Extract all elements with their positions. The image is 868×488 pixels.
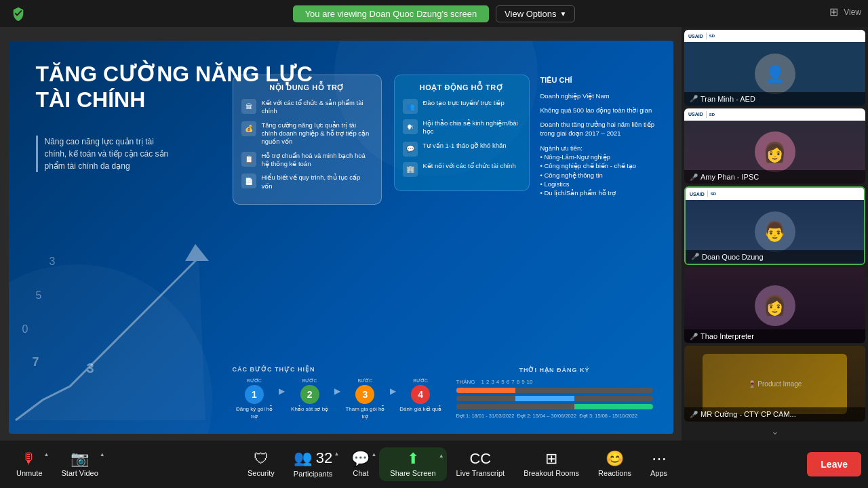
chevron-down-icon: ⌄ [771, 426, 779, 436]
toolbar-center-group: 🛡 Security 👥 32 Participants ▲ 💬 Chat ▲ … [238, 445, 677, 483]
step-arrow: ▶ [334, 386, 340, 396]
participants-icon: 👥 32 [294, 451, 333, 466]
chart-num: 3 [50, 256, 56, 268]
steps-title: CÁC BƯỚC THỰC HIỆN [233, 366, 443, 373]
security-button[interactable]: 🛡 Security [238, 446, 284, 483]
usaid-bar: USAID SD [684, 30, 865, 42]
participant-card[interactable]: USAID SD 👩 🎤 Amy Phan - IPSC [684, 108, 865, 184]
participant-card[interactable]: 👩 🎤 Thao Interpreter [684, 268, 865, 344]
usaid-bar: USAID SD [686, 188, 864, 200]
box-item: 💬 Tư vấn 1-1 tháo gỡ khó khăn [403, 142, 521, 157]
box-item-icon: 📋 [241, 152, 256, 167]
bottom-toolbar: 🎙 Unmute ▲ 📷 Start Video ▲ 🛡 Security 👥 … [0, 441, 868, 488]
chart-num: 0 [22, 323, 28, 336]
timeline-bar-3 [456, 404, 653, 409]
hoat-dong-title: HOẠT ĐỘNG HỖ TRỢ [403, 83, 521, 92]
grid-icon: ⊞ [829, 5, 838, 18]
shield-icon: 🛡 [254, 451, 269, 466]
right-panel: USAID SD 👤 🎤 Tran Minh - AED USAID SD 👩 … [682, 27, 868, 441]
step-arrow: ▶ [390, 386, 396, 396]
mic-muted-icon: 🎙 [22, 451, 37, 466]
box-item: 🏛 Kết với các tổ chức & sản phẩm tài chí… [241, 99, 373, 116]
chart-num: 3 [87, 361, 94, 376]
participant-name-bar: 🎤 Thao Interpreter [684, 329, 865, 343]
share-screen-button[interactable]: ⬆ Share Screen ▲ [379, 447, 446, 481]
box-item-icon: 🏛 [241, 99, 256, 114]
avatar: 👤 [755, 54, 795, 94]
reactions-button[interactable]: 😊 Reactions [589, 446, 641, 483]
unmute-button[interactable]: 🎙 Unmute ▲ [7, 446, 52, 483]
step-item: BƯỚC 4 Đánh giá kết quả [399, 378, 443, 413]
mic-icon: 🎤 [690, 411, 698, 418]
step-item: BƯỚC 1 Đăng ký gói hỗ trợ [233, 378, 277, 420]
box-item: 💰 Tăng cường năng lực quản trị tài chính… [241, 121, 373, 146]
top-right-controls: ⊞ View [829, 5, 861, 18]
scroll-down-indicator[interactable]: ⌄ [684, 424, 865, 438]
box-item-icon: 👥 [403, 99, 418, 114]
chart-num: 7 [33, 355, 39, 369]
noi-dung-box: NỘI DUNG HỖ TRỢ 🏛 Kết với các tổ chức & … [233, 75, 382, 205]
participant-card[interactable]: 🍷 Product Image 🎤 MR Cường - CTY CP CAM.… [684, 346, 865, 422]
step-item: BƯỚC 3 Tham gia gói hỗ trợ [343, 378, 387, 420]
box-item: 📋 Hỗ trợ chuẩn hoá và minh bạch hoá hệ t… [241, 152, 373, 169]
timeline-bar-2 [456, 396, 653, 401]
participant-card[interactable]: USAID SD 👤 🎤 Tran Minh - AED [684, 30, 865, 106]
breakout-rooms-button[interactable]: ⊞ Breakout Rooms [514, 446, 589, 483]
participant-name-bar: 🎤 MR Cường - CTY CP CAM... [684, 407, 865, 422]
hoat-dong-box: HOẠT ĐỘNG HỖ TRỢ 👥 Đào tạo trực tuyến/ t… [394, 75, 530, 191]
leave-button[interactable]: Leave [807, 452, 861, 476]
reactions-icon: 😊 [606, 451, 624, 466]
step-arrow: ▶ [279, 386, 285, 396]
tieu-chi-section: TIÊU CHÍ Doanh nghiệp Việt Nam Không quá… [540, 75, 659, 203]
box-item: 🏢 Kết nối với các tổ chức tài chính [403, 162, 521, 177]
timeline-title: THỜI HẠN ĐĂNG KÝ [456, 367, 653, 373]
expand-arrow-icon: ▲ [371, 451, 376, 458]
apps-icon: ⋯ [652, 451, 667, 466]
top-bar: You are viewing Doan Quoc Dzung's screen… [0, 0, 868, 27]
live-transcript-button[interactable]: CC Live Transcript [447, 446, 515, 483]
share-screen-icon: ⬆ [407, 451, 419, 466]
avatar: 👩 [755, 285, 795, 326]
main-content: 7 0 5 3 3 TĂNG CƯỜNG NĂNG LỰC TÀI CHÍNH … [0, 27, 682, 441]
slide-chart [9, 224, 226, 434]
viewing-banner: You are viewing Doan Quoc Dzung's screen [293, 5, 489, 22]
box-item-icon: 🏢 [403, 162, 418, 177]
usaid-bar: USAID SD [684, 108, 865, 121]
avatar: 👩 [755, 131, 795, 172]
toolbar-left-group: 🎙 Unmute ▲ 📷 Start Video ▲ [7, 446, 108, 483]
mic-icon: 🎤 [690, 174, 698, 181]
box-item-icon: 📄 [241, 174, 256, 188]
mic-icon: 🎤 [691, 253, 699, 260]
expand-arrow-icon: ▲ [100, 451, 105, 458]
timeline-section: THỜI HẠN ĐĂNG KÝ THÁNG 12345678910 Đợt 1… [456, 367, 653, 420]
participant-card-active[interactable]: USAID SD 👨 🎤 Doan Quoc Dzung [684, 186, 865, 265]
participants-button[interactable]: 👥 32 Participants ▲ [284, 445, 342, 483]
svg-marker-1 [185, 244, 209, 261]
slide-area: 7 0 5 3 3 TĂNG CƯỜNG NĂNG LỰC TÀI CHÍNH … [9, 41, 673, 434]
expand-arrow-icon: ▲ [439, 453, 444, 459]
participant-name-bar: 🎤 Tran Minh - AED [684, 92, 865, 106]
steps-section: CÁC BƯỚC THỰC HIỆN BƯỚC 1 Đăng ký gói hỗ… [233, 366, 443, 420]
apps-button[interactable]: ⋯ Apps [641, 446, 677, 483]
chart-num: 5 [36, 289, 42, 302]
chevron-down-icon: ▼ [559, 10, 566, 18]
box-item: 📄 Hiểu biết về quy trình, thủ tục cấp vố… [241, 174, 373, 190]
view-options-button[interactable]: View Options ▼ [496, 5, 575, 22]
avatar: 👨 [755, 211, 795, 252]
box-item: 🗣 Hội thảo chia sẻ kinh nghiệm/bài học [403, 119, 521, 136]
box-item-icon: 🗣 [403, 119, 418, 134]
video-off-icon: 📷 [71, 451, 89, 466]
expand-arrow-icon: ▲ [334, 451, 339, 457]
mic-icon: 🎤 [690, 95, 698, 102]
box-item: 👥 Đào tạo trực tuyến/ trực tiếp [403, 99, 521, 114]
box-item-icon: 💰 [241, 121, 256, 136]
shield-icon [11, 6, 26, 21]
svg-marker-0 [16, 258, 205, 420]
chat-icon: 💬 [351, 451, 370, 466]
box-item-icon: 💬 [403, 142, 418, 157]
step-item: BƯỚC 2 Khảo sát sơ bộ [288, 378, 332, 413]
start-video-button[interactable]: 📷 Start Video ▲ [52, 446, 108, 483]
slide-subtitle: Nâng cao năng lực quản trị tài chính, kế… [36, 136, 178, 172]
chat-button[interactable]: 💬 Chat ▲ [342, 446, 379, 483]
participant-name-bar: 🎤 Doan Quoc Dzung [686, 250, 864, 264]
